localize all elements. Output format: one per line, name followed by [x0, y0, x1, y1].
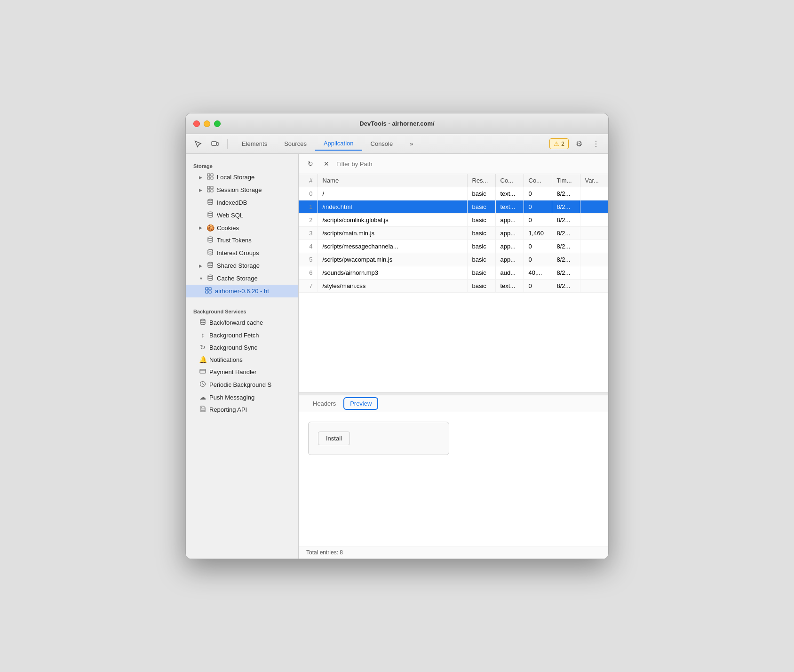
cell-num: 4	[299, 240, 318, 253]
sidebar-item-cookies[interactable]: ▶ 🍪 Cookies	[186, 222, 298, 234]
install-button[interactable]: Install	[318, 432, 350, 445]
svg-point-15	[208, 275, 213, 277]
more-options-button[interactable]: ⋮	[589, 137, 603, 151]
sidebar-item-background-fetch[interactable]: ↕ Background Fetch	[186, 329, 298, 341]
table-row[interactable]: 6 /sounds/airhorn.mp3 basic aud... 40,..…	[299, 266, 608, 280]
sidebar-item-cache-entry[interactable]: airhorner-0.6.20 - ht	[186, 285, 298, 297]
cell-var	[580, 227, 608, 240]
tab-headers[interactable]: Headers	[306, 396, 342, 411]
cell-num: 5	[299, 253, 318, 266]
titlebar: DevTools - airhorner.com/	[186, 113, 608, 134]
svg-rect-7	[211, 186, 213, 189]
svg-rect-6	[207, 186, 210, 189]
sidebar-item-cache-storage[interactable]: ▼ Cache Storage	[186, 272, 298, 285]
table-row[interactable]: 2 /scripts/comlink.global.js basic app..…	[299, 214, 608, 227]
svg-line-25	[203, 384, 204, 385]
tab-application[interactable]: Application	[315, 137, 362, 151]
clear-button[interactable]: ✕	[320, 158, 333, 170]
grid-icon	[206, 186, 214, 194]
table-row[interactable]: 4 /scripts/messagechannela... basic app.…	[299, 240, 608, 253]
sidebar-item-web-sql[interactable]: ▶ Web SQL	[186, 209, 298, 222]
table-row[interactable]: 0 / basic text... 0 8/2...	[299, 187, 608, 200]
inspect-element-button[interactable]	[191, 137, 205, 151]
sidebar-item-notifications[interactable]: 🔔 Notifications	[186, 353, 298, 366]
tab-more[interactable]: »	[401, 137, 421, 150]
cell-var	[580, 266, 608, 280]
cell-var	[580, 200, 608, 214]
preview-tab-bar: Headers Preview	[299, 395, 608, 412]
cell-co1: text...	[495, 280, 524, 293]
database-icon	[206, 199, 214, 207]
cell-co2: 0	[524, 253, 552, 266]
close-button[interactable]	[193, 120, 200, 127]
table-row[interactable]: 7 /styles/main.css basic text... 0 8/2..…	[299, 280, 608, 293]
filter-input[interactable]	[336, 160, 603, 168]
database-icon	[206, 249, 214, 257]
tab-sources[interactable]: Sources	[276, 137, 315, 150]
cell-num: 6	[299, 266, 318, 280]
cell-res: basic	[467, 214, 495, 227]
card-icon	[199, 368, 206, 376]
sidebar-item-background-sync[interactable]: ↻ Background Sync	[186, 341, 298, 353]
file-icon	[199, 406, 206, 414]
refresh-button[interactable]: ↻	[304, 158, 317, 170]
warning-badge[interactable]: ⚠ 2	[549, 138, 569, 149]
right-panel: ↻ ✕ # Name Res... Co... Co... Tim...	[299, 154, 608, 559]
cell-var	[580, 253, 608, 266]
svg-point-14	[208, 262, 213, 264]
col-header-name: Name	[318, 174, 467, 187]
cell-tim: 8/2...	[552, 240, 580, 253]
settings-button[interactable]: ⚙	[572, 137, 586, 151]
tab-elements[interactable]: Elements	[233, 137, 276, 150]
cell-co1: app...	[495, 214, 524, 227]
maximize-button[interactable]	[214, 120, 221, 127]
sidebar-item-session-storage[interactable]: ▶ Session Storage	[186, 184, 298, 196]
cell-num: 7	[299, 280, 318, 293]
sidebar-item-periodic-background[interactable]: Periodic Background S	[186, 378, 298, 391]
sidebar-item-push-messaging[interactable]: ☁ Push Messaging	[186, 391, 298, 403]
cell-name: /	[318, 187, 467, 200]
table-row[interactable]: 1 /index.html basic text... 0 8/2...	[299, 200, 608, 214]
col-header-co1: Co...	[495, 174, 524, 187]
cell-res: basic	[467, 227, 495, 240]
sidebar-item-local-storage[interactable]: ▶ Local Storage	[186, 171, 298, 184]
cell-name: /scripts/messagechannela...	[318, 240, 467, 253]
minimize-button[interactable]	[204, 120, 210, 127]
col-header-res: Res...	[467, 174, 495, 187]
svg-point-13	[208, 249, 213, 251]
cell-name: /styles/main.css	[318, 280, 467, 293]
svg-point-12	[208, 237, 213, 239]
sidebar-item-interest-groups[interactable]: ▶ Interest Groups	[186, 247, 298, 259]
cell-tim: 8/2...	[552, 187, 580, 200]
cell-co1: app...	[495, 240, 524, 253]
sidebar-label-reporting-api: Reporting API	[209, 406, 247, 413]
svg-rect-3	[211, 174, 213, 176]
main-content: Storage ▶ Local Storage ▶ Session Storag…	[186, 154, 608, 559]
cell-name: /index.html	[318, 200, 467, 214]
col-header-var: Var...	[580, 174, 608, 187]
cell-co1: text...	[495, 200, 524, 214]
tab-preview[interactable]: Preview	[343, 397, 378, 410]
svg-point-11	[208, 212, 213, 214]
cell-num: 3	[299, 227, 318, 240]
cookie-icon: 🍪	[206, 224, 214, 232]
cell-name: /scripts/main.min.js	[318, 227, 467, 240]
sidebar-item-backforward-cache[interactable]: Back/forward cache	[186, 316, 298, 329]
sidebar-item-payment-handler[interactable]: Payment Handler	[186, 366, 298, 378]
sidebar-item-indexeddb[interactable]: ▶ IndexedDB	[186, 196, 298, 209]
cell-tim: 8/2...	[552, 266, 580, 280]
cell-num: 1	[299, 200, 318, 214]
sidebar-item-trust-tokens[interactable]: ▶ Trust Tokens	[186, 234, 298, 247]
sidebar-label-payment-handler: Payment Handler	[209, 368, 256, 376]
sidebar-item-shared-storage[interactable]: ▶ Shared Storage	[186, 259, 298, 272]
sidebar-item-reporting-api[interactable]: Reporting API	[186, 403, 298, 416]
device-toggle-button[interactable]	[208, 137, 222, 151]
tab-console[interactable]: Console	[362, 137, 402, 150]
svg-rect-0	[212, 142, 216, 145]
cell-co2: 40,...	[524, 266, 552, 280]
table-row[interactable]: 3 /scripts/main.min.js basic app... 1,46…	[299, 227, 608, 240]
sidebar-label-interest-groups: Interest Groups	[217, 249, 259, 256]
table-row[interactable]: 5 /scripts/pwacompat.min.js basic app...…	[299, 253, 608, 266]
cell-tim: 8/2...	[552, 253, 580, 266]
toolbar-right: ⚠ 2 ⚙ ⋮	[549, 137, 603, 151]
